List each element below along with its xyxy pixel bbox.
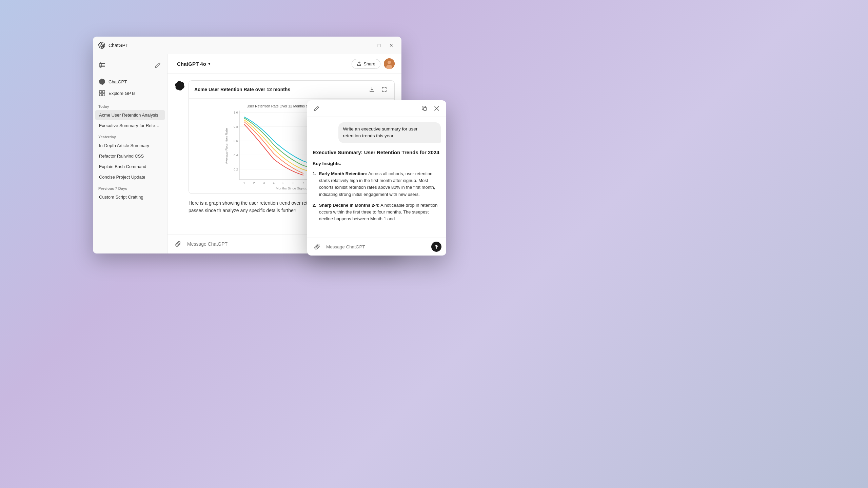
- sidebar-chat-bash[interactable]: Explain Bash Command: [95, 162, 165, 171]
- close-button[interactable]: ✕: [387, 41, 396, 50]
- insight-number-2: 2.: [313, 202, 316, 222]
- new-chat-button[interactable]: [152, 60, 163, 70]
- send-button[interactable]: [431, 242, 441, 252]
- popup-edit-button[interactable]: [312, 104, 321, 113]
- svg-text:2: 2: [253, 181, 255, 185]
- popup-attach-button[interactable]: [312, 241, 323, 252]
- user-avatar: [384, 58, 395, 69]
- chatgpt-logo-icon: [99, 79, 105, 85]
- svg-text:4: 4: [273, 181, 275, 185]
- chart-card-header: Acme User Retention Rate over 12 months: [189, 81, 394, 99]
- sidebar-item-explore[interactable]: Explore GPTs: [96, 87, 164, 99]
- popup-input-area: [307, 238, 446, 256]
- sidebar-chat-exec-summary[interactable]: Executive Summary for Retenti...: [95, 121, 165, 130]
- model-name: ChatGPT 4o: [177, 61, 206, 67]
- popup-titlebar-left: [312, 104, 321, 113]
- avatar-image: [384, 58, 395, 69]
- svg-rect-6: [99, 94, 102, 96]
- svg-rect-0: [100, 63, 105, 64]
- popup-close-icon: [434, 106, 439, 111]
- sidebar-chat-project[interactable]: Concise Project Update: [95, 172, 165, 182]
- app-logo: [98, 42, 105, 49]
- svg-text:1: 1: [243, 181, 245, 185]
- svg-text:0.8: 0.8: [234, 125, 238, 128]
- sidebar: ChatGPT Explore GPTs Today Acme User Ret…: [93, 54, 167, 253]
- expand-chart-button[interactable]: [379, 85, 389, 94]
- svg-text:Average Retention Rate: Average Retention Rate: [224, 128, 228, 164]
- user-message-container: Write an executive summary for user rete…: [313, 122, 441, 143]
- popup-close-button[interactable]: [432, 104, 441, 113]
- insight-title-1: Early Month Retention:: [319, 171, 367, 176]
- chat-header: ChatGPT 4o ▾ Share: [167, 54, 401, 74]
- copy-icon: [422, 106, 427, 111]
- insight-number-1: 1.: [313, 170, 316, 198]
- share-label: Share: [363, 61, 375, 66]
- sidebar-section-prev7: Previous 7 Days: [93, 182, 167, 192]
- svg-rect-4: [99, 90, 102, 93]
- titlebar-controls: — □ ✕: [362, 41, 396, 50]
- svg-text:7: 7: [302, 181, 304, 185]
- insight-text-2: Sharp Decline in Months 2-4: A noticeabl…: [319, 202, 441, 222]
- svg-text:0.2: 0.2: [234, 168, 238, 171]
- svg-text:1.0: 1.0: [234, 111, 238, 114]
- svg-text:0.4: 0.4: [234, 154, 238, 157]
- edit-icon: [155, 62, 161, 68]
- app-title: ChatGPT: [108, 43, 128, 48]
- maximize-button[interactable]: □: [374, 41, 384, 50]
- sidebar-nav: ChatGPT Explore GPTs: [93, 75, 167, 100]
- sidebar-top: [93, 57, 167, 75]
- response-title: Executive Summary: User Retention Trends…: [313, 148, 441, 157]
- popup-paperclip-icon: [314, 244, 320, 250]
- download-icon: [370, 87, 374, 92]
- popup-copy-button[interactable]: [420, 104, 429, 113]
- popup-chat-input[interactable]: [326, 244, 428, 249]
- popup-window: Write an executive summary for user rete…: [307, 100, 446, 256]
- sidebar-toggle-icon: [99, 62, 105, 68]
- titlebar-left: ChatGPT: [98, 42, 128, 49]
- chat-header-right: Share: [352, 58, 395, 69]
- sidebar-toggle-button[interactable]: [97, 60, 108, 70]
- sidebar-chat-railwind[interactable]: Refactor Railwind CSS: [95, 151, 165, 161]
- grid-icon: [99, 90, 105, 96]
- popup-edit-icon: [314, 106, 319, 111]
- sidebar-item-chatgpt[interactable]: ChatGPT: [96, 76, 164, 87]
- chart-title: Acme User Retention Rate over 12 months: [194, 87, 290, 92]
- key-insights-label: Key Insights:: [313, 160, 441, 167]
- svg-rect-7: [102, 94, 105, 96]
- user-message-bubble: Write an executive summary for user rete…: [338, 122, 441, 143]
- titlebar: ChatGPT — □ ✕: [93, 37, 401, 54]
- popup-titlebar-right: [420, 104, 441, 113]
- svg-text:0.6: 0.6: [234, 139, 238, 143]
- chart-actions: [367, 85, 389, 94]
- share-button[interactable]: Share: [352, 59, 380, 69]
- sidebar-chat-script[interactable]: Custom Script Crafting: [95, 192, 165, 202]
- svg-text:Months Since Signup: Months Since Signup: [276, 186, 308, 190]
- popup-content: Write an executive summary for user rete…: [307, 117, 446, 238]
- model-selector[interactable]: ChatGPT 4o ▾: [174, 60, 213, 68]
- svg-text:3: 3: [263, 181, 265, 185]
- svg-rect-1: [100, 65, 105, 65]
- sidebar-section-yesterday: Yesterday: [93, 131, 167, 140]
- insight-title-2: Sharp Decline in Months 2-4:: [319, 203, 379, 208]
- svg-rect-5: [102, 90, 105, 93]
- svg-rect-50: [423, 107, 427, 110]
- insight-item-2: 2. Sharp Decline in Months 2-4: A notice…: [313, 202, 441, 222]
- sidebar-chat-acme[interactable]: Acme User Retention Analysis: [95, 110, 165, 120]
- chevron-down-icon: ▾: [208, 61, 210, 66]
- attach-button[interactable]: [173, 239, 184, 249]
- insight-item-1: 1. Early Month Retention: Across all coh…: [313, 170, 441, 198]
- popup-titlebar: [307, 100, 446, 117]
- sidebar-chat-article[interactable]: In-Depth Article Summary: [95, 141, 165, 150]
- insight-text-1: Early Month Retention: Across all cohort…: [319, 170, 441, 198]
- svg-rect-2: [100, 66, 105, 67]
- share-icon: [357, 61, 361, 66]
- send-icon: [434, 244, 439, 249]
- svg-text:5: 5: [282, 181, 284, 185]
- minimize-button[interactable]: —: [362, 41, 372, 50]
- download-chart-button[interactable]: [367, 85, 377, 94]
- assistant-response: Executive Summary: User Retention Trends…: [313, 148, 441, 223]
- assistant-icon: [175, 81, 184, 90]
- paperclip-icon: [175, 241, 181, 247]
- sidebar-explore-label: Explore GPTs: [108, 91, 135, 96]
- svg-text:6: 6: [293, 181, 294, 185]
